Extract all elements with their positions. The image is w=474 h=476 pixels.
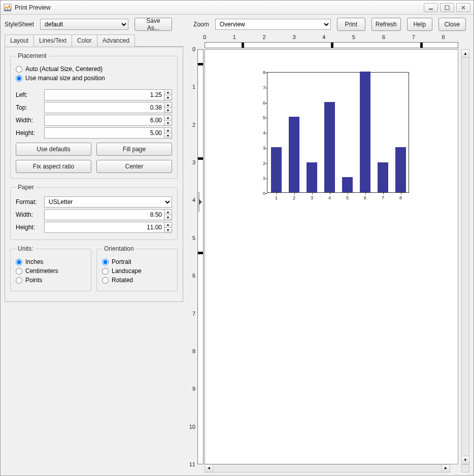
orientation-landscape-radio[interactable] [102, 268, 109, 275]
placement-auto-row[interactable]: Auto (Actual Size, Centered) [16, 65, 172, 73]
placement-manual-row[interactable]: Use manual size and position [16, 75, 172, 82]
width-spinner[interactable]: ▲▼ [44, 115, 172, 126]
stylesheet-select[interactable]: default [40, 19, 128, 30]
chart-bar [378, 162, 389, 193]
top-label: Top: [16, 104, 41, 111]
svg-rect-2 [429, 9, 433, 10]
units-cm-row[interactable]: Centimeters [16, 267, 86, 275]
vertical-ruler[interactable]: 01234567891011 [188, 49, 205, 464]
units-points-label: Points [25, 277, 42, 284]
height-input[interactable] [44, 127, 164, 139]
orientation-rotated-label: Rotated [112, 277, 133, 284]
hscroll-track[interactable] [213, 465, 442, 472]
fill-page-button[interactable]: Fill page [96, 143, 172, 156]
paper-width-input[interactable] [44, 209, 164, 220]
scroll-right-icon[interactable]: ► [442, 465, 450, 472]
paper-height-label: Height: [16, 224, 41, 231]
window-title: Print Preview [15, 4, 424, 11]
top-spin-buttons[interactable]: ▲▼ [164, 102, 172, 113]
chart-bar [307, 162, 318, 193]
center-button[interactable]: Center [96, 160, 172, 173]
height-spinner[interactable]: ▲▼ [44, 127, 172, 139]
print-button[interactable]: Print [337, 18, 365, 31]
units-inches-radio[interactable] [16, 259, 22, 265]
left-spin-buttons[interactable]: ▲▼ [164, 89, 172, 100]
paper-width-label: Width: [16, 211, 41, 218]
units-group: Units: Inches Centimeters Points [10, 245, 91, 291]
orientation-rotated-row[interactable]: Rotated [102, 277, 172, 284]
svg-rect-1 [5, 10, 11, 11]
maximize-button[interactable] [440, 3, 454, 12]
paper-height-input[interactable] [44, 222, 164, 233]
left-label: Left: [16, 91, 41, 98]
print-preview-window: Print Preview StyleSheet default Save As… [0, 0, 474, 476]
height-spin-buttons[interactable]: ▲▼ [164, 127, 172, 139]
orientation-rotated-radio[interactable] [102, 277, 109, 284]
zoom-select[interactable]: Overview [215, 19, 331, 30]
paper-height-spinner[interactable]: ▲▼ [44, 222, 172, 233]
left-spinner[interactable]: ▲▼ [44, 89, 172, 100]
top-toolbar: StyleSheet default Save As... Zoom Overv… [5, 18, 469, 31]
tab-color[interactable]: Color [72, 35, 97, 47]
orientation-portrait-radio[interactable] [102, 259, 109, 265]
tab-layout[interactable]: Layout [5, 35, 34, 47]
page-preview: 01234567812345678 [205, 49, 458, 464]
left-input[interactable] [44, 89, 164, 100]
paper-width-spinner[interactable]: ▲▼ [44, 209, 172, 220]
width-spin-buttons[interactable]: ▲▼ [164, 115, 172, 126]
paper-width-spin-buttons[interactable]: ▲▼ [164, 209, 172, 220]
placement-auto-radio[interactable] [16, 66, 22, 73]
minimize-button[interactable] [424, 3, 438, 12]
top-input[interactable] [44, 102, 164, 113]
placement-group: Placement Auto (Actual Size, Centered) U… [10, 52, 178, 179]
scroll-up-icon[interactable]: ▲ [462, 50, 469, 58]
orientation-landscape-label: Landscape [112, 267, 142, 275]
placement-manual-radio[interactable] [16, 75, 22, 82]
orientation-portrait-label: Portrait [112, 258, 131, 265]
units-inches-row[interactable]: Inches [16, 258, 86, 265]
units-points-row[interactable]: Points [16, 277, 86, 284]
scroll-down-icon[interactable]: ▼ [462, 456, 469, 464]
horizontal-scrollbar[interactable]: ◄ ► [205, 464, 450, 472]
paper-legend: Paper [16, 184, 36, 191]
refresh-button[interactable]: Refresh [371, 18, 401, 31]
titlebar: Print Preview [1, 1, 473, 15]
chart-bar [360, 72, 371, 192]
scroll-left-icon[interactable]: ◄ [205, 465, 213, 472]
paper-group: Paper Format: USLetter Width: ▲▼ [10, 184, 178, 240]
chart-bar [289, 117, 300, 192]
paper-format-label: Format: [16, 198, 41, 206]
units-legend: Units: [16, 245, 36, 252]
save-as-button[interactable]: Save As... [134, 18, 172, 31]
horizontal-ruler[interactable]: 012345678 [205, 34, 458, 49]
units-cm-radio[interactable] [16, 268, 22, 275]
units-points-radio[interactable] [16, 277, 22, 284]
scroll-corner [461, 464, 469, 472]
expand-handle-icon[interactable] [198, 192, 203, 212]
close-button[interactable] [456, 3, 470, 12]
use-defaults-button[interactable]: Use defaults [16, 143, 91, 156]
chart-bar [395, 147, 407, 192]
zoom-label: Zoom [193, 21, 209, 28]
chart-bar [342, 177, 353, 192]
fix-aspect-button[interactable]: Fix aspect ratio [16, 160, 91, 173]
orientation-landscape-row[interactable]: Landscape [102, 267, 172, 275]
tab-advanced[interactable]: Advanced [97, 35, 135, 47]
tabs: Layout Lines/Text Color Advanced [5, 34, 183, 47]
close-dialog-button[interactable]: Close [438, 18, 466, 31]
paper-height-spin-buttons[interactable]: ▲▼ [164, 222, 172, 233]
stylesheet-label: StyleSheet [5, 21, 34, 28]
tab-lines-text[interactable]: Lines/Text [33, 35, 72, 47]
vertical-scrollbar[interactable]: ▲ ▼ [461, 49, 469, 464]
placement-auto-label: Auto (Actual Size, Centered) [25, 65, 103, 73]
width-input[interactable] [44, 115, 164, 126]
vscroll-track[interactable] [462, 58, 469, 456]
top-spinner[interactable]: ▲▼ [44, 102, 172, 113]
orientation-portrait-row[interactable]: Portrait [102, 258, 172, 265]
width-label: Width: [16, 117, 41, 124]
units-inches-label: Inches [25, 258, 43, 265]
paper-format-select[interactable]: USLetter [44, 196, 172, 208]
chart-bar [271, 147, 282, 192]
help-button[interactable]: Help [407, 18, 432, 31]
orientation-group: Orientation Portrait Landscape Rotated [96, 245, 178, 291]
